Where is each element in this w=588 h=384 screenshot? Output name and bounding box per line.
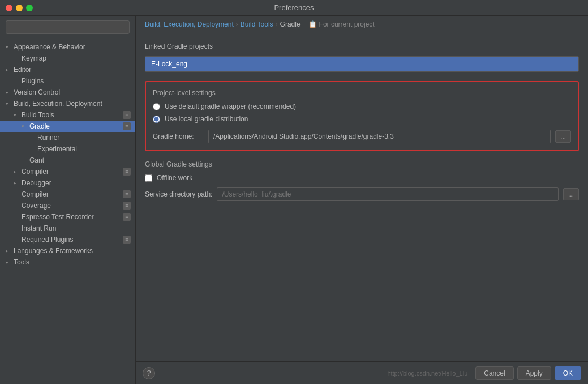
service-directory-input[interactable] <box>217 187 559 201</box>
sidebar-item-label: Build, Execution, Deployment <box>14 100 102 108</box>
offline-work-row: Offline work <box>145 174 579 182</box>
badge-icon: ≡ <box>123 168 131 176</box>
radio-use-default[interactable]: Use default gradle wrapper (recommended) <box>153 103 571 110</box>
gradle-home-row: Gradle home: ... <box>153 130 571 143</box>
sidebar-item-tools[interactable]: Tools <box>0 257 135 268</box>
sidebar-item-label: Tools <box>14 258 29 266</box>
sidebar-item-build-tools[interactable]: Build Tools ≡ <box>0 109 135 121</box>
sidebar-item-editor[interactable]: Editor <box>0 64 135 75</box>
sidebar-item-gradle[interactable]: Gradle ≡ <box>0 121 135 132</box>
sidebar-item-build-execution-deployment[interactable]: Build, Execution, Deployment <box>0 98 135 109</box>
global-settings: Global Gradle settings Offline work Serv… <box>145 160 579 201</box>
apply-button[interactable]: Apply <box>517 366 551 380</box>
sidebar-item-label: Debugger <box>22 179 51 187</box>
badge-icon: ≡ <box>123 190 131 198</box>
sidebar-item-keymap[interactable]: Keymap <box>0 53 135 64</box>
service-directory-label: Service directory path: <box>145 190 212 198</box>
breadcrumb-current: Gradle <box>280 20 301 28</box>
search-input[interactable] <box>6 20 130 34</box>
offline-work-checkbox[interactable] <box>145 174 152 182</box>
bottom-right: http://blog.csdn.net/Hello_Liu Cancel Ap… <box>387 366 581 380</box>
triangle-icon <box>14 180 19 186</box>
sidebar-item-experimental[interactable]: Experimental <box>0 143 135 155</box>
triangle-icon <box>6 67 11 72</box>
radio-use-default-input[interactable] <box>153 103 160 110</box>
sidebar-item-coverage[interactable]: Coverage ≡ <box>0 200 135 211</box>
sidebar-item-label: Espresso Test Recorder <box>22 213 94 221</box>
sidebar-item-compiler[interactable]: Compiler ≡ <box>0 166 135 177</box>
sidebar-item-label: Runner <box>37 134 59 142</box>
breadcrumb-build-tools-link[interactable]: Build Tools <box>241 20 273 28</box>
sidebar-item-runner[interactable]: Runner <box>0 132 135 143</box>
sidebar-item-label: Coverage <box>22 202 51 210</box>
gradle-home-browse-button[interactable]: ... <box>555 130 571 143</box>
main-panel: Linked Gradle projects E-Lock_eng Projec… <box>136 33 588 361</box>
maximize-button[interactable] <box>26 5 33 11</box>
window-title: Preferences <box>274 3 314 12</box>
sidebar-item-compiler2[interactable]: Compiler ≡ <box>0 189 135 200</box>
radio-use-local[interactable]: Use local gradle distribution <box>153 115 571 123</box>
ok-button[interactable]: OK <box>555 366 581 380</box>
project-icon: 📋 <box>308 20 317 28</box>
help-button[interactable]: ? <box>143 367 155 379</box>
offline-work-label: Offline work <box>157 174 192 182</box>
sidebar-item-label: Gant <box>29 156 44 164</box>
sidebar-item-label: Instant Run <box>22 224 56 232</box>
service-directory-browse-button[interactable]: ... <box>563 188 579 200</box>
triangle-icon <box>6 248 11 254</box>
sidebar-item-label: Gradle <box>29 122 50 130</box>
radio-use-default-label: Use default gradle wrapper (recommended) <box>165 103 296 110</box>
sidebar-item-label: Compiler <box>22 190 49 198</box>
triangle-icon <box>6 44 11 50</box>
global-settings-title: Global Gradle settings <box>145 160 579 168</box>
triangle-icon <box>6 89 11 95</box>
main-layout: Appearance & Behavior Keymap Editor Plug… <box>0 16 588 384</box>
sidebar-item-instant-run[interactable]: Instant Run <box>0 223 135 234</box>
triangle-icon <box>14 112 19 118</box>
breadcrumb-project-label: For current project <box>319 20 375 28</box>
sidebar-item-label: Appearance & Behavior <box>14 43 85 51</box>
sidebar-item-appearance-behavior[interactable]: Appearance & Behavior <box>0 41 135 53</box>
sidebar-item-label: Experimental <box>37 145 77 153</box>
sidebar-item-gant[interactable]: Gant <box>0 155 135 166</box>
sidebar-item-label: Compiler <box>22 168 49 176</box>
sidebar-item-version-control[interactable]: Version Control <box>0 87 135 98</box>
sidebar-item-label: Version Control <box>14 88 60 96</box>
bottom-bar: ? http://blog.csdn.net/Hello_Liu Cancel … <box>136 361 588 384</box>
sidebar-item-label: Editor <box>14 66 31 74</box>
triangle-icon <box>14 169 19 174</box>
breadcrumb-sep-1: › <box>236 20 238 28</box>
triangle-icon <box>22 123 27 129</box>
sidebar: Appearance & Behavior Keymap Editor Plug… <box>0 16 136 384</box>
cancel-button[interactable]: Cancel <box>475 366 513 380</box>
triangle-icon <box>6 101 11 106</box>
sidebar-item-espresso-test-recorder[interactable]: Espresso Test Recorder ≡ <box>0 211 135 223</box>
radio-use-local-input[interactable] <box>153 116 160 123</box>
project-settings-title: Project-level settings <box>153 89 571 97</box>
badge-icon: ≡ <box>123 236 131 244</box>
project-settings-box: Project-level settings Use default gradl… <box>145 81 579 151</box>
badge-icon: ≡ <box>123 111 131 119</box>
badge-icon: ≡ <box>123 202 131 210</box>
gradle-home-input[interactable] <box>208 130 551 143</box>
sidebar-item-label: Build Tools <box>22 111 54 119</box>
sidebar-item-required-plugins[interactable]: Required Plugins ≡ <box>0 234 135 245</box>
search-box <box>0 16 135 39</box>
sidebar-item-debugger[interactable]: Debugger <box>0 177 135 189</box>
titlebar-buttons <box>6 5 33 11</box>
breadcrumb-sep-2: › <box>276 20 278 28</box>
radio-group: Use default gradle wrapper (recommended)… <box>153 103 571 123</box>
close-button[interactable] <box>6 5 12 11</box>
watermark-text: http://blog.csdn.net/Hello_Liu <box>387 370 467 377</box>
sidebar-item-label: Plugins <box>22 77 44 85</box>
radio-use-local-label: Use local gradle distribution <box>165 115 248 123</box>
breadcrumb-build-link[interactable]: Build, Execution, Deployment <box>145 20 234 28</box>
sidebar-item-languages-frameworks[interactable]: Languages & Frameworks <box>0 245 135 257</box>
linked-projects-list: E-Lock_eng <box>145 56 579 72</box>
badge-icon: ≡ <box>123 213 131 221</box>
sidebar-item-label: Required Plugins <box>22 236 73 244</box>
minimize-button[interactable] <box>16 5 23 11</box>
sidebar-item-plugins[interactable]: Plugins <box>0 75 135 87</box>
linked-project-item[interactable]: E-Lock_eng <box>145 57 578 71</box>
service-directory-row: Service directory path: ... <box>145 187 579 201</box>
